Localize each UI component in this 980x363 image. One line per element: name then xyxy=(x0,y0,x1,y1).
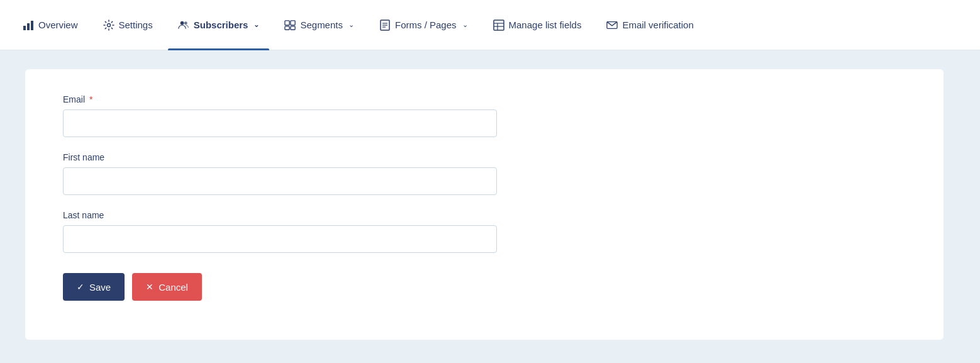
nav-item-overview[interactable]: Overview xyxy=(13,0,88,50)
segments-icon xyxy=(284,20,296,31)
svg-rect-2 xyxy=(31,21,33,30)
nav-item-settings[interactable]: Settings xyxy=(93,0,163,50)
segments-chevron-icon: ⌄ xyxy=(348,21,354,29)
svg-rect-0 xyxy=(23,26,26,30)
nav-item-subscribers-label: Subscribers xyxy=(194,20,248,30)
svg-point-3 xyxy=(107,23,110,26)
first-name-label: First name xyxy=(63,152,906,162)
nav-item-manage-list-fields-label: Manage list fields xyxy=(509,20,582,30)
nav-bar: Overview Settings Subscribers ⌄ xyxy=(0,0,980,50)
email-required-star: * xyxy=(87,94,92,104)
nav-item-segments[interactable]: Segments ⌄ xyxy=(274,0,364,50)
forms-icon xyxy=(379,20,391,31)
last-name-form-group: Last name xyxy=(63,210,906,253)
form-card: Email * First name Last name ✓ Save ✕ Ca… xyxy=(25,69,944,340)
nav-item-subscribers[interactable]: Subscribers ⌄ xyxy=(168,0,270,50)
svg-rect-14 xyxy=(494,20,504,30)
fields-icon xyxy=(493,20,504,31)
subscribers-chevron-icon: ⌄ xyxy=(253,21,259,29)
forms-chevron-icon: ⌄ xyxy=(462,21,468,29)
last-name-label: Last name xyxy=(63,210,906,220)
nav-item-email-verification[interactable]: Email verification xyxy=(596,0,703,50)
email-form-group: Email * xyxy=(63,94,906,137)
nav-item-settings-label: Settings xyxy=(119,20,153,30)
svg-point-5 xyxy=(184,21,187,25)
nav-item-overview-label: Overview xyxy=(38,20,78,30)
bar-chart-icon xyxy=(23,20,34,31)
gear-icon xyxy=(103,20,114,31)
email-input[interactable] xyxy=(63,109,497,137)
nav-item-forms-pages-label: Forms / Pages xyxy=(395,20,457,30)
svg-rect-7 xyxy=(291,20,295,25)
nav-item-email-verification-label: Email verification xyxy=(622,20,693,30)
cancel-x-icon: ✕ xyxy=(146,282,153,292)
button-group: ✓ Save ✕ Cancel xyxy=(63,273,906,301)
nav-item-manage-list-fields[interactable]: Manage list fields xyxy=(483,0,592,50)
nav-item-segments-label: Segments xyxy=(300,20,343,30)
users-icon xyxy=(178,20,189,31)
save-button[interactable]: ✓ Save xyxy=(63,273,125,301)
svg-rect-8 xyxy=(285,26,289,29)
first-name-input[interactable] xyxy=(63,167,497,195)
email-label: Email * xyxy=(63,94,906,104)
save-check-icon: ✓ xyxy=(77,282,84,292)
cancel-button[interactable]: ✕ Cancel xyxy=(132,273,202,301)
nav-item-forms-pages[interactable]: Forms / Pages ⌄ xyxy=(369,0,478,50)
svg-point-4 xyxy=(180,21,184,25)
last-name-input[interactable] xyxy=(63,225,497,253)
svg-rect-1 xyxy=(27,23,30,30)
main-content: Email * First name Last name ✓ Save ✕ Ca… xyxy=(0,50,980,363)
email-icon xyxy=(606,20,618,31)
svg-rect-6 xyxy=(285,20,289,25)
first-name-form-group: First name xyxy=(63,152,906,195)
svg-rect-9 xyxy=(291,26,295,29)
